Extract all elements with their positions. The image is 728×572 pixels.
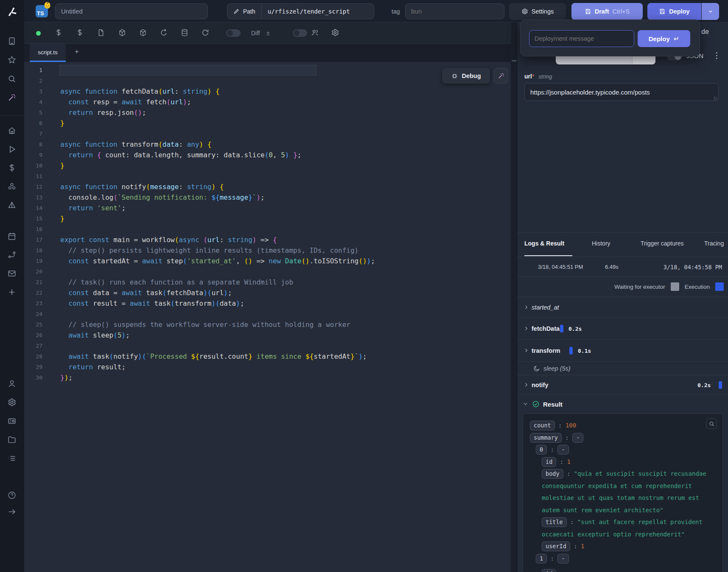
file-icon[interactable] xyxy=(97,28,106,38)
debug-button[interactable]: Debug xyxy=(442,68,490,84)
json-collapse-toggle[interactable]: - xyxy=(557,445,568,455)
input-resize-corner[interactable] xyxy=(714,97,717,100)
result-tab-trigger-captures[interactable]: Trigger captures xyxy=(641,240,683,247)
code-line: 5 return resp.json(); xyxy=(24,107,511,118)
status-dot[interactable] xyxy=(36,31,41,36)
step-duration: 0.2s xyxy=(697,382,711,388)
tag-input[interactable] xyxy=(405,3,504,19)
sidebar-item-arrow-right-icon[interactable] xyxy=(7,507,17,517)
sidebar-item-star-icon[interactable] xyxy=(7,55,17,65)
deployment-popup: Deploy ↵ xyxy=(520,20,700,56)
deployment-message-input[interactable] xyxy=(529,30,634,47)
timeline-row-transform[interactable]: transform0.1s xyxy=(518,339,728,361)
execution-bar xyxy=(719,381,722,389)
sidebar-item-dollar-icon[interactable] xyxy=(7,163,17,173)
search-result-icon[interactable] xyxy=(706,418,717,429)
json-key-chip[interactable]: 0 xyxy=(536,445,547,455)
json-key-chip[interactable]: title xyxy=(542,517,567,527)
code-line: 19 const startedAt = await step('started… xyxy=(24,256,511,266)
database-icon[interactable] xyxy=(180,28,190,38)
json-row-id: id xyxy=(542,568,716,572)
chevron-down-icon xyxy=(708,8,714,14)
sidebar-item-calendar-icon[interactable] xyxy=(7,232,17,242)
sidebar-item-help-icon[interactable] xyxy=(7,491,17,501)
json-key-chip[interactable]: count xyxy=(530,421,555,430)
code-line: 12async function notify(message: string)… xyxy=(24,181,511,192)
package-icon[interactable] xyxy=(118,28,127,38)
deploy-button[interactable]: Deploy xyxy=(647,3,701,20)
new-tab-button[interactable]: + xyxy=(72,47,82,58)
json-key-chip[interactable]: id xyxy=(542,457,556,467)
chevron-right-icon[interactable] xyxy=(523,325,530,332)
kebab-menu-icon[interactable]: ⋮ xyxy=(713,50,720,60)
sidebar-item-grid-icon[interactable] xyxy=(7,454,17,464)
sidebar-item-home-icon[interactable] xyxy=(7,126,17,136)
deploy-dropdown-button[interactable] xyxy=(702,3,719,20)
timeline-row-fetchData[interactable]: fetchData0.2s xyxy=(518,317,728,339)
chevron-right-icon[interactable] xyxy=(523,382,530,388)
sidebar-item-cubes-icon[interactable] xyxy=(7,182,17,192)
script-name-input[interactable] xyxy=(55,3,208,19)
path-field[interactable]: Path u/rfiszel/tender_script xyxy=(227,3,374,19)
result-tab-logs-result[interactable]: Logs & Result xyxy=(524,240,564,247)
tab-script-ts[interactable]: script.ts xyxy=(30,44,66,62)
sidebar-item-building-icon[interactable] xyxy=(7,36,17,47)
url-input[interactable] xyxy=(524,83,719,101)
json-key-chip[interactable]: body xyxy=(542,469,563,479)
sidebar-item-search-icon[interactable] xyxy=(7,74,17,84)
diff-toggle[interactable] xyxy=(226,29,241,37)
legend-swatch xyxy=(715,282,724,291)
gear-icon[interactable] xyxy=(331,28,340,38)
json-key-chip[interactable]: 1 xyxy=(536,554,547,564)
result-row[interactable]: Result xyxy=(518,394,728,413)
dollar-icon[interactable] xyxy=(76,28,85,38)
code-editor[interactable]: 1import { task, step, workflow, sleep } … xyxy=(24,62,511,572)
json-collapse-toggle[interactable]: - xyxy=(557,554,568,564)
sidebar-item-play-icon[interactable] xyxy=(7,145,17,155)
code-line: 10} xyxy=(24,160,511,171)
collab-toggle[interactable] xyxy=(293,29,307,37)
debug-label: Debug xyxy=(462,73,481,79)
json-collapse-toggle[interactable]: - xyxy=(572,433,583,443)
timeline-row-sleeps[interactable]: sleep (5s) xyxy=(518,361,728,375)
windmill-logo[interactable] xyxy=(6,6,18,18)
sidebar-item-pyramid-icon[interactable] xyxy=(7,201,17,211)
popup-deploy-button[interactable]: Deploy ↵ xyxy=(638,30,690,47)
result-tab-tracing[interactable]: Tracing xyxy=(704,240,724,247)
settings-button[interactable]: Settings xyxy=(509,3,566,20)
code-line: 18 // step() persists lightweight inline… xyxy=(24,245,511,256)
run-start-time: 3/18, 04:45:51 PM xyxy=(538,264,583,270)
panel-resize-gutter[interactable] xyxy=(511,22,518,572)
path-value[interactable]: u/rfiszel/tender_script xyxy=(262,8,356,15)
tag-label: tag xyxy=(392,8,400,15)
sidebar-item-route-icon[interactable] xyxy=(7,250,17,260)
save-icon xyxy=(659,8,666,15)
json-row-0: 0 : - xyxy=(536,444,716,456)
resize-handle[interactable] xyxy=(512,60,517,61)
redo-icon[interactable] xyxy=(160,28,169,38)
dollar-icon[interactable] xyxy=(54,28,64,38)
sidebar-item-wand-icon[interactable] xyxy=(7,93,17,103)
draft-button[interactable]: Draft Ctrl+S xyxy=(571,3,643,20)
sidebar-item-gear-icon[interactable] xyxy=(7,398,17,408)
chevron-down-icon[interactable] xyxy=(522,401,529,407)
refresh-icon[interactable] xyxy=(201,28,210,38)
sidebar-item-mail-icon[interactable] xyxy=(7,269,17,279)
chevron-right-icon[interactable] xyxy=(523,347,530,354)
sidebar-item-worker-icon[interactable] xyxy=(7,416,17,427)
timeline-row-notify[interactable]: notify0.2s xyxy=(518,375,728,394)
json-key-chip[interactable]: id xyxy=(542,569,556,572)
current-line-highlight xyxy=(59,65,316,75)
code-line: 17export const main = workflow(async (ur… xyxy=(24,234,511,245)
chevron-right-icon[interactable] xyxy=(523,304,530,311)
sidebar-item-user-icon[interactable] xyxy=(7,379,17,389)
ai-wand-button[interactable] xyxy=(494,68,508,84)
package-icon[interactable] xyxy=(139,28,148,38)
json-key-chip[interactable]: summary xyxy=(530,433,562,443)
sidebar-item-folder-icon[interactable] xyxy=(7,435,17,445)
sidebar-item-plus-icon[interactable] xyxy=(7,287,17,298)
timeline-row-started_at[interactable]: started_at xyxy=(518,297,728,317)
result-tab-history[interactable]: History xyxy=(592,240,610,247)
json-key-chip[interactable]: userId xyxy=(542,541,570,551)
users-icon[interactable] xyxy=(311,28,320,38)
